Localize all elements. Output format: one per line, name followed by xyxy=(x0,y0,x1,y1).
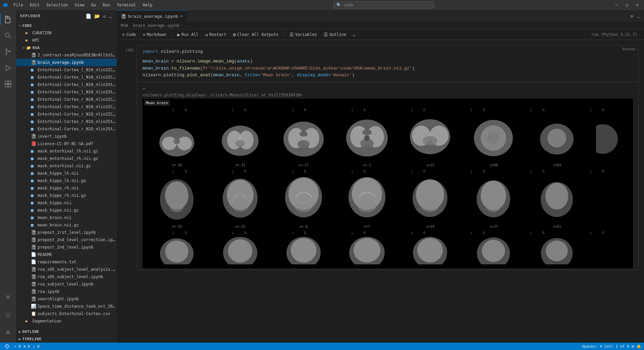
add-markdown-button[interactable]: + Markdown xyxy=(140,31,169,39)
spaces-indicator[interactable]: Spaces: 4 xyxy=(582,344,602,349)
section-outline[interactable]: ▶ OUTLINE xyxy=(16,328,117,335)
svg-point-0 xyxy=(5,33,9,37)
file-entorhinal-r-icbm-2[interactable]: ■ Entorhinal-Cortex_r_N10_nlin2ICBM152as… xyxy=(16,103,117,111)
source-control-icon[interactable] xyxy=(0,44,16,60)
file-prepost-2nd-correction[interactable]: 📓 prepost_2nd_level_correction.ipynb xyxy=(16,236,117,244)
svg-point-31 xyxy=(362,129,372,135)
breadcrumb-file[interactable]: brain_average.ipynb xyxy=(133,23,179,28)
new-file-icon[interactable]: 📄 xyxy=(85,13,92,19)
chevron-down-icon: ▾ xyxy=(19,24,21,28)
run-all-button[interactable]: ▶ Run All xyxy=(175,31,201,39)
file-space-time[interactable]: 📊 Space_time_distance_task_oct_2020.xlsx xyxy=(16,303,117,310)
file-mask-hippo-lh-gz[interactable]: ■ mask_hippo_lh.nii.gz xyxy=(16,177,117,184)
accounts-icon[interactable]: ◯ xyxy=(0,306,16,322)
file-requirements[interactable]: 📄 requirements.txt xyxy=(16,258,117,266)
dots-icon[interactable]: … xyxy=(143,85,145,90)
file-mask-hippo-rh-gz[interactable]: ■ mask_hippo_rh.nii.gz xyxy=(16,192,117,199)
extensions-icon[interactable] xyxy=(0,76,16,92)
code-editor[interactable]: import nilearn.plotting mean_brain = nil… xyxy=(137,46,638,82)
file-searchlight[interactable]: 📓 searchlight.ipynb xyxy=(16,295,117,303)
file-readme[interactable]: 📄 README xyxy=(16,251,117,258)
close-button[interactable]: × xyxy=(634,2,641,8)
menu-edit[interactable]: Edit xyxy=(27,2,42,8)
file-entorhinal-r-std-2[interactable]: ■ Entorhinal-Cortex_r_N1O_nlin2Stdcolin2… xyxy=(16,125,117,133)
file-entorhinal-l-std-1[interactable]: ■ Entorhinal-Cortex_l_N10_nlin2Stdcolin2… xyxy=(16,81,117,88)
tab-close-icon[interactable]: × xyxy=(180,13,183,19)
output-toggle[interactable]: … xyxy=(143,83,633,91)
outline-button[interactable]: ☰ Outline xyxy=(321,31,349,39)
file-subjects-csv[interactable]: 📋 subjects_Entorhinal-Cortex.csv xyxy=(16,310,117,317)
sidebar-item-curation[interactable]: ▶ CURATION xyxy=(16,29,117,37)
remote-status[interactable] xyxy=(3,343,11,350)
sagittal-slice-5: x=24 xyxy=(406,175,454,228)
file-entorhinal-r-icbm-1[interactable]: ■ Entorhinal-Cortex_r_N10_nlin2ICBM152as… xyxy=(16,96,117,103)
variables-button[interactable]: ☰ Variables xyxy=(287,31,320,39)
file-mask-entorhinal-rh[interactable]: ■ mask_entorhinal_rh.nii.gz xyxy=(16,155,117,162)
file-mask-entorhinal[interactable]: ■ mask_entorhinal.nii.gz xyxy=(16,162,117,170)
file-entorhinal-l-icbm-2[interactable]: ■ Entorhinal-Cortex_l_N10_nlin2ICBM152as… xyxy=(16,74,117,81)
new-folder-icon[interactable]: 📂 xyxy=(94,13,101,19)
file-prepost-2nd[interactable]: 📓 prepost_2nd_level.ipynb xyxy=(16,244,117,251)
remote-icon[interactable]: ⌘ xyxy=(0,289,16,305)
file-mean-brain-gz[interactable]: ■ mean_brain.nii.gz xyxy=(16,221,117,229)
search-activity-icon[interactable] xyxy=(0,28,16,44)
file-prepost-1rst[interactable]: 📓 prepost_1rst_level.ipynb xyxy=(16,229,117,236)
clear-outputs-button[interactable]: ⊠ Clear All Outputs xyxy=(230,31,281,39)
file-mask-hippo-rh[interactable]: ■ mask_hippo_rh.nii xyxy=(16,184,117,192)
sidebar-item-segmentation[interactable]: ▶ Segmentation xyxy=(16,317,117,325)
file-brain-average[interactable]: 📓 brain_average.ipynb xyxy=(16,59,117,66)
file-rsa-subject[interactable]: 📓 rsa_subject_level.ipynb xyxy=(16,280,117,288)
layout-icon[interactable]: ⊞ xyxy=(632,344,634,349)
menu-file[interactable]: File xyxy=(11,2,26,8)
collapse-icon[interactable]: … xyxy=(108,13,113,19)
file-mean-brain[interactable]: ■ mean_brain.nii xyxy=(16,214,117,221)
file-entorhinal-r-icbm-3[interactable]: ■ Entorhinal-Cortex_r_N1O_nlin2ICBMl52as… xyxy=(16,111,117,118)
notification-icon[interactable]: 🔔 xyxy=(637,344,641,349)
sidebar-item-rsa[interactable]: ▾ 📂 RSA xyxy=(16,44,117,51)
cell-position[interactable]: Cell 1 of 9 xyxy=(605,344,629,349)
menu-help[interactable]: Help xyxy=(140,2,155,8)
file-entorhinal-r-std-1[interactable]: ■ Entorhinal-Cortex_r_N1O_nlin2Stdcolin2… xyxy=(16,118,117,125)
file-2contrast[interactable]: 📓 2_contrast-sesMinus05E3NrAllVsSesMinus… xyxy=(16,51,117,59)
file-rsa-s05[interactable]: 📓 rsa_s05_subject_level.ipynb xyxy=(16,273,117,280)
split-editor-icon[interactable]: ⊞ xyxy=(629,13,634,19)
file-mask-hippo-gz[interactable]: ■ mask_hippo.nii.gz xyxy=(16,207,117,214)
explorer-icon[interactable] xyxy=(0,11,16,28)
menu-terminal[interactable]: Terminal xyxy=(114,2,139,8)
error-count[interactable]: ⚡ 0 xyxy=(14,344,21,349)
file-rsa[interactable]: 📓 rsa.ipynb xyxy=(16,288,117,295)
file-mask-hippo[interactable]: ■ mask_hippo.nii xyxy=(16,199,117,207)
file-invert[interactable]: 📓 invert.ipynb xyxy=(16,133,117,140)
menu-go[interactable]: Go xyxy=(89,2,99,8)
breadcrumb-rsa[interactable]: RSA xyxy=(121,23,128,28)
breadcrumb-more[interactable]: ... xyxy=(184,23,192,28)
section-timeline[interactable]: ▶ TIMELINE xyxy=(16,335,117,343)
add-code-button[interactable]: + Code xyxy=(119,31,139,39)
more-button[interactable]: … xyxy=(350,31,358,39)
file-label: Entorhinal-Cortex_l_N10_nlin2Stdcolin27_… xyxy=(38,90,117,94)
sidebar-item-hpc[interactable]: ▶ HPC xyxy=(16,37,117,44)
file-licence[interactable]: 📕 Licence-CC-BY-NC-SA.pdf xyxy=(16,140,117,147)
more-actions-icon[interactable]: … xyxy=(636,13,641,19)
menu-run[interactable]: Run xyxy=(100,2,113,8)
search-bar[interactable]: 🔍 code xyxy=(333,1,434,9)
settings-icon[interactable]: ⚙ xyxy=(0,324,16,340)
editor-area: 📓 brain_average.ipynb × ⊞ … RSA › brain_… xyxy=(117,10,644,343)
file-entorhinal-l-icbm-1[interactable]: ■ Entorhinal-Cortex_l_N10_nlin2ICBM152as… xyxy=(16,66,117,74)
file-entorhinal-l-std-2[interactable]: ■ Entorhinal-Cortex_l_N10_nlin2Stdcolin2… xyxy=(16,88,117,96)
info-count[interactable]: ⚠ 0 xyxy=(33,344,40,349)
section-code[interactable]: ▾ CODE xyxy=(16,22,117,29)
file-mask-entorhinal-lh[interactable]: ■ mask_entorhinal_lh.nii.gz xyxy=(16,147,117,155)
file-rsa-s05-analysis[interactable]: 📓 rsa_s05_subject_level_analysis.ipynb xyxy=(16,266,117,273)
warning-count[interactable]: ⊗ 0 xyxy=(23,344,30,349)
run-debug-icon[interactable] xyxy=(0,60,16,76)
maximize-button[interactable]: □ xyxy=(623,2,631,8)
tab-brain-average[interactable]: 📓 brain_average.ipynb × xyxy=(117,10,187,22)
menu-view[interactable]: View xyxy=(72,2,87,8)
menu-selection[interactable]: Selection xyxy=(44,2,71,8)
restart-button[interactable]: ↺ Restart xyxy=(203,31,229,39)
minimize-button[interactable]: ─ xyxy=(612,2,620,8)
refresh-icon[interactable]: ↺ xyxy=(102,13,107,19)
file-mask-hippo-lh[interactable]: ■ mask_hippo_lh.nii xyxy=(16,170,117,177)
sidebar-header-icons: 📄 📂 ↺ … xyxy=(85,13,113,19)
